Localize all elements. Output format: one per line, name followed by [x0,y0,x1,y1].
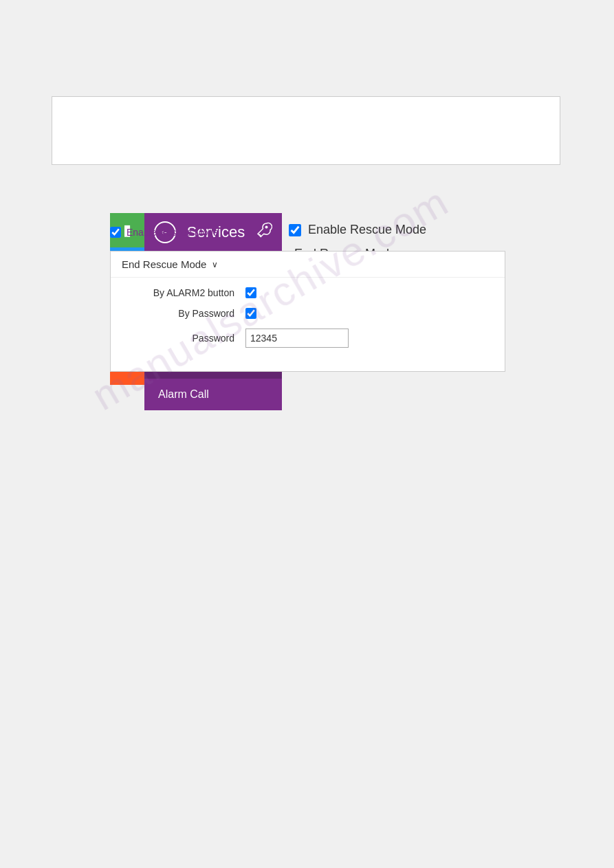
enable-rescue-mode-label: Enable Rescue Mode [308,223,426,237]
end-rescue-header[interactable]: End Rescue Mode ∨ [111,252,505,277]
by-password-row: By Password [124,308,491,319]
alarm2-button-row: By ALARM2 button [124,287,491,298]
password-input[interactable] [245,329,349,348]
password-label: Password [124,333,234,344]
end-rescue-header-label: End Rescue Mode [122,258,206,270]
enable-rescue-mode-checkbox[interactable] [289,224,301,236]
end-rescue-chevron-icon: ∨ [212,260,218,269]
top-content-box [52,96,560,165]
by-password-checkbox[interactable] [245,308,256,319]
menu-tools-icon [256,222,272,243]
enable-rescue-mode-row: Enable Rescue Mode [289,223,578,237]
alarm2-button-label: By ALARM2 button [124,287,234,298]
svg-point-6 [265,226,268,229]
lower-enable-rescue-checkbox[interactable] [110,227,121,238]
by-password-label: By Password [124,308,234,319]
menu-item-alarm-call[interactable]: Alarm Call [144,379,282,410]
lower-enable-rescue-label: Enable Rescue Mode [127,227,219,238]
alarm2-button-checkbox[interactable] [245,287,256,298]
end-rescue-section: End Rescue Mode ∨ By ALARM2 button By Pa… [110,251,505,372]
password-row: Password [124,329,491,348]
end-rescue-body: By ALARM2 button By Password Password [111,277,505,371]
lower-enable-rescue-row: Enable Rescue Mode [110,227,219,238]
